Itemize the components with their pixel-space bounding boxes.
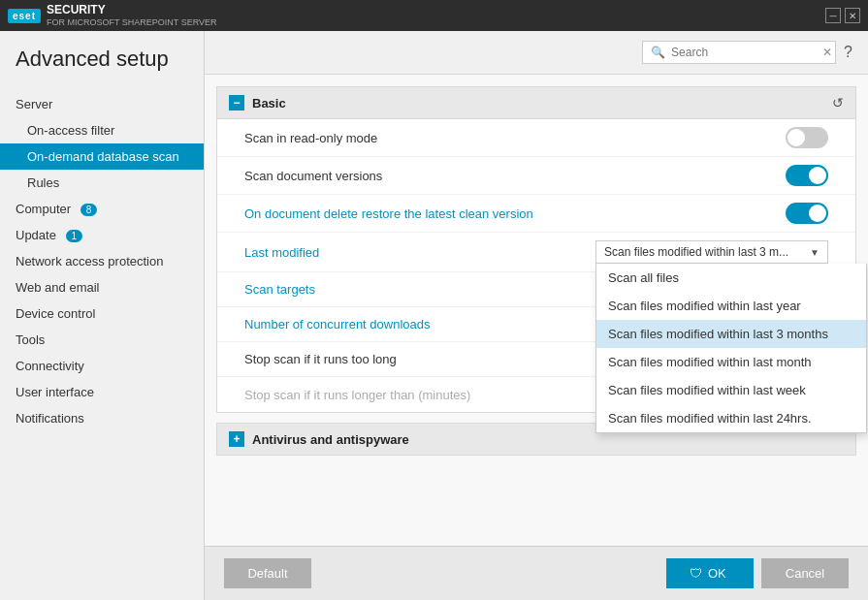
titlebar-controls: ─ ✕ [825,8,860,23]
page-title: Advanced setup [0,47,204,91]
sidebar-item-label: Computer [16,202,71,216]
dropdown-option-last-month[interactable]: Scan files modified within last month [596,348,866,376]
sidebar-item-label: Connectivity [16,359,84,373]
sidebar-item-label: Notifications [16,411,84,426]
sidebar-item-rules[interactable]: Rules [0,170,204,196]
setting-label-read-only: Scan in read-only mode [244,131,377,145]
toggle-thumb [809,167,826,184]
setting-row-last-modified: Last modified Scan files modified within… [217,233,855,272]
toggle-thumb [788,129,805,146]
setting-label-scan-targets: Scan targets [244,282,315,297]
sidebar-item-label: Server [16,97,52,111]
setting-label-doc-versions: Scan document versions [244,169,382,183]
toggle-read-only[interactable] [786,127,828,148]
update-badge: 1 [66,230,83,242]
sidebar-item-label: On-demand database scan [27,149,179,164]
antivirus-section-title: Antivirus and antispyware [252,432,409,447]
titlebar: eset SECURITY FOR MICROSOFT SHAREPOINT S… [0,0,868,31]
clear-search-icon[interactable]: ✕ [822,46,832,59]
minimize-button[interactable]: ─ [825,8,841,23]
basic-section-title: Basic [252,96,286,111]
sidebar-item-label: Update [16,228,56,242]
app-subtitle: FOR MICROSOFT SHAREPOINT SERVER [47,17,217,28]
reset-icon[interactable]: ↺ [832,95,844,111]
dropdown-option-all-files[interactable]: Scan all files [596,264,866,292]
main-window: eset SECURITY FOR MICROSOFT SHAREPOINT S… [0,0,868,600]
computer-badge: 8 [80,204,98,216]
ok-button[interactable]: 🛡 OK [666,558,754,588]
content-body: − Basic ↺ Scan in read-only mode [205,75,868,546]
search-input[interactable] [671,46,817,59]
toggle-restore-clean[interactable] [786,203,828,224]
titlebar-left: eset SECURITY FOR MICROSOFT SHAREPOINT S… [8,3,217,27]
eset-title-text: SECURITY FOR MICROSOFT SHAREPOINT SERVER [47,3,217,27]
ok-icon: 🛡 [690,566,702,581]
cancel-button[interactable]: Cancel [761,558,849,588]
ok-label: OK [708,566,726,581]
toggle-thumb [809,205,826,222]
sidebar-item-computer[interactable]: Computer 8 [0,196,204,222]
sidebar-item-label: Rules [27,175,59,190]
content-header: 🔍 ✕ ? [205,31,868,75]
setting-label-stop-scan: Stop scan if it runs too long [244,352,397,366]
sidebar-item-tools[interactable]: Tools [0,327,204,353]
search-box[interactable]: 🔍 ✕ [642,41,836,64]
sidebar-item-label: Tools [16,332,45,347]
dropdown-option-last-24hrs[interactable]: Scan files modified within last 24hrs. [596,404,866,432]
setting-label-concurrent-downloads: Number of concurrent downloads [244,317,431,332]
sidebar-item-device-control[interactable]: Device control [0,300,204,327]
sidebar-item-user-interface[interactable]: User interface [0,379,204,405]
dropdown-menu: Scan all files Scan files modified withi… [595,264,867,433]
section-header-left: + Antivirus and antispyware [229,431,409,447]
sidebar-item-notifications[interactable]: Notifications [0,405,204,431]
sidebar-item-on-access-filter[interactable]: On-access filter [0,117,204,143]
section-header-left: − Basic [229,95,286,111]
dropdown-option-last-3-months[interactable]: Scan files modified within last 3 months [596,320,866,348]
sidebar-item-web-and-email[interactable]: Web and email [0,274,204,300]
sidebar-item-label: User interface [16,385,94,399]
main-layout: Advanced setup Server On-access filter O… [0,31,868,600]
basic-section-header: − Basic ↺ [217,87,855,119]
bottom-bar: Default 🛡 OK Cancel [205,546,868,600]
antivirus-section-toggle[interactable]: + [229,431,244,447]
app-name: SECURITY [47,3,217,16]
search-icon: 🔍 [651,46,665,59]
sidebar-item-label: Web and email [16,280,99,295]
setting-label-restore-clean: On document delete restore the latest cl… [244,206,533,221]
setting-row-doc-versions: Scan document versions [217,157,855,195]
dropdown-option-last-week[interactable]: Scan files modified within last week [596,376,866,404]
basic-section: − Basic ↺ Scan in read-only mode [216,86,856,413]
help-icon[interactable]: ? [844,44,852,61]
default-button[interactable]: Default [224,558,311,588]
toggle-doc-versions[interactable] [786,165,828,186]
setting-label-last-modified: Last modified [244,245,319,260]
setting-row-read-only: Scan in read-only mode [217,119,855,157]
dropdown-arrow-icon: ▼ [810,247,820,258]
dropdown-option-last-year[interactable]: Scan files modified within last year [596,292,866,320]
sidebar-item-connectivity[interactable]: Connectivity [0,353,204,379]
last-modified-dropdown[interactable]: Scan files modified within last 3 m... ▼ [595,240,828,264]
setting-label-stop-scan-minutes: Stop scan if it runs longer than (minute… [244,388,470,402]
close-button[interactable]: ✕ [845,8,860,23]
sidebar-item-label: Network access protection [16,254,163,268]
eset-badge: eset [8,9,41,23]
eset-logo: eset SECURITY FOR MICROSOFT SHAREPOINT S… [8,3,217,27]
content-area: 🔍 ✕ ? − Basic ↺ [204,31,868,600]
dropdown-container: Scan files modified within last 3 m... ▼… [595,240,828,264]
setting-row-restore-clean: On document delete restore the latest cl… [217,195,855,233]
btn-group: 🛡 OK Cancel [666,558,849,588]
sidebar: Advanced setup Server On-access filter O… [0,31,204,600]
basic-section-toggle[interactable]: − [229,95,244,111]
dropdown-selected-label: Scan files modified within last 3 m... [604,245,788,259]
sidebar-item-network-access-protection[interactable]: Network access protection [0,248,204,274]
sidebar-item-label: Device control [16,306,95,321]
sidebar-item-server[interactable]: Server [0,91,204,117]
sidebar-item-label: On-access filter [27,123,114,138]
sidebar-item-update[interactable]: Update 1 [0,222,204,248]
sidebar-item-on-demand-database-scan[interactable]: On-demand database scan [0,143,204,170]
